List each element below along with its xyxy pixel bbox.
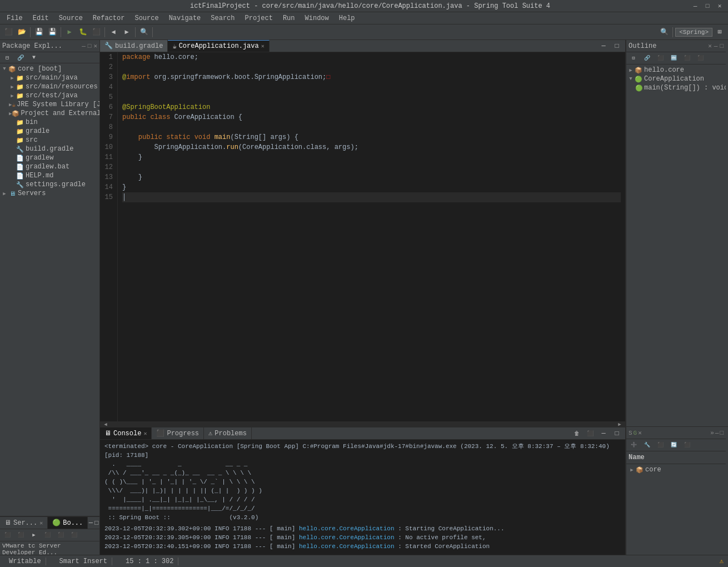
tree-item[interactable]: ▶📁src/test/java — [0, 91, 99, 100]
outline-toolbar-btn1[interactable]: ⊟ — [627, 52, 640, 64]
pkg-close-button[interactable]: ✕ — [93, 42, 97, 49]
bl-maximize-btn[interactable]: □ — [94, 517, 99, 529]
close-button[interactable]: ✕ — [716, 2, 724, 10]
bl-icon6[interactable]: ⬛ — [68, 529, 80, 541]
outline-item-main[interactable]: 🟢 main(String[]) : void — [626, 83, 726, 92]
tree-item[interactable]: ▼📦core [boot] — [0, 64, 99, 73]
tab-problems[interactable]: ⚠ Problems — [204, 427, 252, 439]
tree-item[interactable]: 📁bin — [0, 118, 99, 127]
toolbar-new[interactable]: ⬛ — [2, 26, 14, 38]
console-clear[interactable]: 🗑 — [571, 427, 583, 440]
menu-refactor[interactable]: Refactor — [88, 13, 129, 23]
editor-minimize[interactable]: — — [597, 40, 610, 52]
toolbar-stop[interactable]: ⬛ — [90, 26, 102, 38]
editor-hscroll[interactable]: ◀ ▶ — [100, 421, 625, 427]
bl-icon3[interactable]: ▶ — [28, 529, 40, 541]
br-item-core[interactable]: ▶ 📦 core — [626, 465, 726, 474]
outline-close-button[interactable]: ✕ — [708, 42, 712, 49]
outline-item-class[interactable]: ▼ 🟢 CoreApplication — [626, 74, 726, 83]
tree-item[interactable]: ▶📦Project and External Dep... — [0, 109, 99, 118]
menu-source[interactable]: Source — [54, 13, 87, 23]
tab-build-gradle[interactable]: 🔧 build.gradle — [100, 40, 168, 52]
console-tab-close[interactable]: ✕ — [143, 430, 147, 437]
menu-window[interactable]: Window — [301, 13, 333, 23]
console-minimize[interactable]: — — [597, 427, 610, 440]
window-controls[interactable]: — □ ✕ — [691, 2, 724, 10]
menu-run[interactable]: Run — [278, 13, 300, 23]
toolbar-open[interactable]: 📂 — [16, 26, 28, 38]
toolbar-debug[interactable]: 🐛 — [77, 26, 89, 38]
editor-maximize[interactable]: □ — [611, 40, 623, 52]
hscroll-track[interactable] — [111, 422, 614, 426]
toolbar-spring-perspective[interactable]: <Spring> — [675, 28, 712, 37]
tree-item[interactable]: 📁gradle — [0, 127, 99, 136]
outline-toolbar-btn5[interactable]: ⬛ — [681, 52, 693, 64]
tree-item[interactable]: 📄gradlew — [0, 153, 99, 162]
toolbar-save[interactable]: 💾 — [33, 26, 45, 38]
br-add-btn[interactable]: ➕ — [627, 439, 640, 451]
br-minimize-button[interactable]: — — [715, 430, 719, 436]
hscroll-right[interactable]: ▶ — [614, 421, 625, 427]
menu-search[interactable]: Search — [206, 13, 239, 23]
console-stop[interactable]: ⬛ — [584, 427, 596, 440]
maximize-button[interactable]: □ — [704, 2, 711, 10]
menu-navigate[interactable]: Navigate — [164, 13, 206, 23]
br-more-btn[interactable]: » — [710, 430, 714, 436]
pkg-maximize-button[interactable]: □ — [88, 43, 92, 49]
pkg-link[interactable]: 🔗 — [14, 52, 27, 64]
tree-item[interactable]: 📁src — [0, 136, 99, 145]
pkg-collapse[interactable]: ⊟ — [1, 52, 13, 64]
outline-toolbar-btn4[interactable]: 🔤 — [667, 52, 680, 64]
bl-icon4[interactable]: ⬛ — [41, 529, 53, 541]
tab-progress[interactable]: ⬛ Progress — [152, 427, 204, 439]
tree-item[interactable]: 📄HELP.md — [0, 171, 99, 180]
bl-icon1[interactable]: ⬛ — [1, 529, 13, 541]
bl-minimize-btn[interactable]: — — [88, 517, 93, 529]
toolbar-save-all[interactable]: 💾 — [46, 26, 58, 38]
br-sort-btn[interactable]: ⬛ — [654, 439, 666, 451]
outline-item-package[interactable]: ▶ 📦 hello.core — [626, 66, 726, 74]
tree-item[interactable]: ▶📁src/main/java — [0, 73, 99, 82]
toolbar-forward[interactable]: ▶ — [121, 26, 133, 38]
menu-help[interactable]: Help — [335, 13, 360, 23]
minimize-button[interactable]: — — [691, 2, 699, 10]
toolbar-perspective-more[interactable]: ⊞ — [714, 26, 726, 38]
tree-item[interactable]: ▶📁src/main/resources — [0, 82, 99, 91]
menu-project[interactable]: Project — [241, 13, 277, 23]
toolbar-run[interactable]: ▶ — [63, 26, 76, 38]
bl-tab-servers[interactable]: 🖥 Ser... ✕ — [0, 517, 48, 529]
code-editor[interactable]: 1 2 3 4 5 6 7 8 9 10 11 12 13 14 15 pack… — [100, 52, 625, 421]
menu-source2[interactable]: Source — [130, 13, 163, 23]
tab-console[interactable]: 🖥 Console ✕ — [100, 427, 152, 439]
tree-item[interactable]: 🔧settings.gradle — [0, 180, 99, 189]
tree-item[interactable]: ▶🖥Servers — [0, 189, 99, 198]
hscroll-left[interactable]: ◀ — [100, 421, 111, 427]
br-filter-btn[interactable]: 🔧 — [641, 439, 653, 451]
bl-icon5[interactable]: ⬛ — [54, 529, 67, 541]
br-menu-btn[interactable]: ⬛ — [681, 439, 693, 451]
outline-toolbar-btn3[interactable]: ⬛ — [654, 52, 666, 64]
servers-tab-close[interactable]: ✕ — [39, 520, 43, 526]
outline-minimize-button[interactable]: — — [714, 43, 718, 49]
bl-icon2[interactable]: ⬛ — [14, 529, 27, 541]
toolbar-search[interactable]: 🔍 — [138, 26, 150, 38]
menu-file[interactable]: File — [2, 13, 27, 23]
tab-close-button[interactable]: ✕ — [261, 43, 265, 49]
outline-maximize-button[interactable]: □ — [720, 43, 724, 49]
toolbar-help-search[interactable]: 🔍 — [658, 26, 670, 38]
toolbar-back[interactable]: ◀ — [107, 26, 119, 38]
br-maximize-button[interactable]: □ — [720, 430, 724, 436]
tree-item[interactable]: ▶☕JRE System Library [Java... — [0, 100, 99, 109]
menu-edit[interactable]: Edit — [28, 13, 53, 23]
outline-toolbar-btn6[interactable]: ⬛ — [694, 52, 706, 64]
tree-item[interactable]: 🔧build.gradle — [0, 145, 99, 153]
tree-item[interactable]: 📄gradlew.bat — [0, 162, 99, 171]
pkg-menu[interactable]: ▼ — [28, 52, 40, 64]
console-maximize[interactable]: □ — [611, 427, 623, 440]
outline-toolbar-btn2[interactable]: 🔗 — [641, 52, 653, 64]
code-content[interactable]: package hello.core; @import org.springfr… — [118, 52, 625, 421]
pkg-minimize-button[interactable]: — — [82, 43, 86, 49]
bl-tab-boot[interactable]: 🟢 Bo... — [48, 517, 88, 529]
br-refresh-btn[interactable]: 🔄 — [667, 439, 680, 451]
tab-core-application[interactable]: ☕ CoreApplication.java ✕ — [168, 40, 269, 52]
